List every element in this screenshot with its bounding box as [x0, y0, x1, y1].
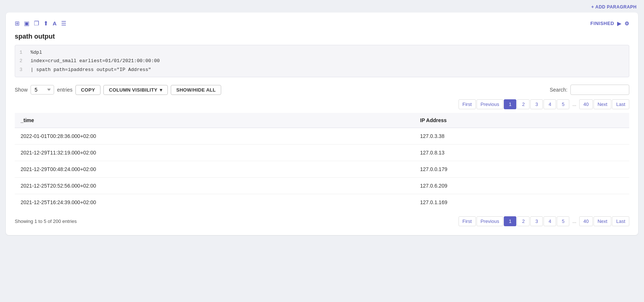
page-1-button-bottom[interactable]: 1: [504, 216, 516, 226]
table-row: 2021-12-29T11:32:19.000+02:00 127.0.8.13: [15, 145, 629, 161]
entries-label: entries: [57, 87, 72, 93]
cell-ip-0: 127.0.3.38: [414, 128, 630, 145]
upload-icon[interactable]: ⬆: [43, 20, 48, 27]
chevron-down-icon: ▾: [160, 87, 162, 93]
first-button-bottom[interactable]: First: [459, 216, 476, 226]
data-table: _time IP Address 2022-01-01T00:28:36.000…: [15, 113, 629, 210]
list-icon[interactable]: ☰: [61, 20, 66, 27]
column-visibility-button[interactable]: COLUMN VISIBILITY ▾: [103, 85, 168, 95]
show-hide-all-button[interactable]: SHOW/HIDE ALL: [171, 85, 221, 95]
search-label: Search:: [550, 87, 567, 93]
copy-button[interactable]: COPY: [75, 85, 100, 95]
toolbar-left: ⊞ ▣ ❐ ⬆ A ☰: [15, 20, 66, 27]
page-5-button-bottom[interactable]: 5: [557, 216, 569, 226]
main-card: ⊞ ▣ ❐ ⬆ A ☰ FINISHED ▶ ⚙ spath output 1 …: [6, 13, 638, 235]
code-line-1: 1 %dpl: [20, 48, 624, 57]
line-code-3: | spath path=ipaddress output="IP Addres…: [31, 65, 151, 74]
page-2-button-bottom[interactable]: 2: [517, 216, 530, 226]
cell-ip-4: 127.0.1.169: [414, 194, 630, 211]
bottom-pagination: First Previous 1 2 3 4 5 ... 40 Next Las…: [459, 216, 629, 226]
previous-button-top[interactable]: Previous: [477, 99, 503, 109]
page-1-button-top[interactable]: 1: [504, 99, 516, 109]
page-40-button-bottom[interactable]: 40: [579, 216, 592, 226]
grid-icon[interactable]: ⊞: [15, 20, 20, 27]
cell-ip-2: 127.0.0.179: [414, 161, 630, 178]
page-3-button-top[interactable]: 3: [530, 99, 543, 109]
toolbar: ⊞ ▣ ❐ ⬆ A ☰ FINISHED ▶ ⚙: [15, 20, 629, 27]
col-header-time: _time: [15, 113, 414, 128]
line-code-2: index=crud_small earliest=01/01/2021:00:…: [31, 57, 160, 65]
table-row: 2021-12-25T20:52:56.000+02:00 127.0.6.20…: [15, 178, 629, 194]
toolbar-right: FINISHED ▶ ⚙: [590, 21, 629, 26]
cell-time-4: 2021-12-25T16:24:39.000+02:00: [15, 194, 414, 211]
next-button-bottom[interactable]: Next: [594, 216, 612, 226]
search-input[interactable]: [570, 85, 629, 95]
line-num-2: 2: [20, 57, 25, 65]
gear-icon[interactable]: ⚙: [624, 21, 630, 26]
page-4-button-bottom[interactable]: 4: [544, 216, 556, 226]
col-header-ip: IP Address: [414, 113, 630, 128]
table-row: 2021-12-25T16:24:39.000+02:00 127.0.1.16…: [15, 194, 629, 211]
bottom-info: Showing 1 to 5 of 200 entries First Prev…: [15, 216, 629, 226]
line-num-3: 3: [20, 65, 25, 74]
table-icon[interactable]: ▣: [24, 20, 29, 27]
line-num-1: 1: [20, 48, 25, 57]
code-line-2: 2 index=crud_small earliest=01/01/2021:0…: [20, 57, 624, 65]
play-icon[interactable]: ▶: [617, 21, 622, 26]
entries-select[interactable]: 5 10 25 50 100: [31, 85, 54, 95]
cell-ip-3: 127.0.6.209: [414, 178, 630, 194]
section-title: spath output: [15, 33, 629, 40]
showing-text: Showing 1 to 5 of 200 entries: [15, 218, 77, 224]
show-label: Show: [15, 87, 28, 93]
controls-right: Search:: [550, 85, 629, 95]
page-40-button-top[interactable]: 40: [579, 99, 592, 109]
page-4-button-top[interactable]: 4: [544, 99, 556, 109]
page-2-button-top[interactable]: 2: [517, 99, 530, 109]
next-button-top[interactable]: Next: [594, 99, 612, 109]
top-bar: + ADD PARAGRAPH: [0, 0, 644, 13]
last-button-top[interactable]: Last: [612, 99, 629, 109]
table-header-row: _time IP Address: [15, 113, 629, 128]
top-pagination: First Previous 1 2 3 4 5 ... 40 Next Las…: [15, 99, 629, 109]
code-block: 1 %dpl 2 index=crud_small earliest=01/01…: [15, 45, 629, 77]
cell-time-0: 2022-01-01T00:28:36.000+02:00: [15, 128, 414, 145]
line-code-1: %dpl: [31, 48, 42, 57]
cell-time-2: 2021-12-29T00:48:24.000+02:00: [15, 161, 414, 178]
dots-bottom: ...: [570, 217, 578, 226]
last-button-bottom[interactable]: Last: [612, 216, 629, 226]
code-line-3: 3 | spath path=ipaddress output="IP Addr…: [20, 65, 624, 74]
first-button-top[interactable]: First: [459, 99, 476, 109]
previous-button-bottom[interactable]: Previous: [477, 216, 503, 226]
table-row: 2021-12-29T00:48:24.000+02:00 127.0.0.17…: [15, 161, 629, 178]
cell-time-3: 2021-12-25T20:52:56.000+02:00: [15, 178, 414, 194]
finished-label: FINISHED: [590, 21, 614, 26]
page-5-button-top[interactable]: 5: [557, 99, 569, 109]
page-3-button-bottom[interactable]: 3: [530, 216, 543, 226]
text-icon[interactable]: A: [53, 20, 57, 26]
controls-left: Show 5 10 25 50 100 entries COPY COLUMN …: [15, 85, 221, 95]
controls-row: Show 5 10 25 50 100 entries COPY COLUMN …: [15, 85, 629, 95]
dots-top: ...: [570, 100, 578, 109]
layers-icon[interactable]: ❐: [34, 20, 39, 27]
cell-time-1: 2021-12-29T11:32:19.000+02:00: [15, 145, 414, 161]
add-paragraph-button[interactable]: + ADD PARAGRAPH: [591, 4, 637, 10]
table-row: 2022-01-01T00:28:36.000+02:00 127.0.3.38: [15, 128, 629, 145]
cell-ip-1: 127.0.8.13: [414, 145, 630, 161]
